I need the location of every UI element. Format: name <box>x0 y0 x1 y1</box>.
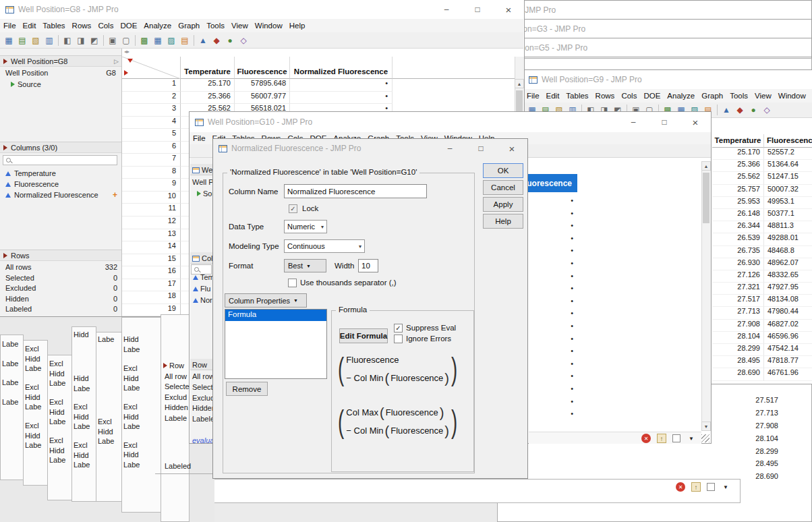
copy-icon[interactable]: ◨ <box>74 34 88 47</box>
formula-numerator[interactable]: ( Fluorescence − Col Min ( Fluorescence … <box>336 350 459 388</box>
row-number-cell[interactable]: 16 <box>122 266 181 279</box>
table-cell[interactable]: 56007.977 <box>235 92 290 105</box>
menu-item[interactable]: Window <box>775 90 809 102</box>
table-cell[interactable]: 26.539 <box>712 233 764 245</box>
table-cell[interactable]: 27.908 <box>738 422 778 434</box>
menu-item[interactable]: Tools <box>726 90 751 102</box>
cascade-window-fragment[interactable] <box>71 326 96 502</box>
row-number-cell[interactable]: 13 <box>122 229 181 242</box>
property-list-item-selected[interactable]: Formula <box>225 310 326 321</box>
table-cell[interactable]: 26.344 <box>712 221 764 233</box>
minimize-button[interactable]: – <box>434 139 465 158</box>
table-cell[interactable]: 25.953 <box>712 197 764 209</box>
graph-icon[interactable]: ▲ <box>720 103 733 117</box>
menu-item[interactable]: Help <box>286 20 309 32</box>
database-icon[interactable]: ▣ <box>106 34 119 47</box>
menu-item[interactable]: Help <box>809 90 812 102</box>
maximize-button[interactable]: □ <box>649 112 680 132</box>
toolbar-separator[interactable] <box>58 35 59 46</box>
window-bar-back1[interactable]: 0 - JMP Pro <box>507 0 812 20</box>
table-cell[interactable]: 50377.1 <box>764 209 812 221</box>
table-cell[interactable]: 27.713 <box>712 307 764 319</box>
table-cell[interactable]: • <box>529 196 576 209</box>
grid-green-icon[interactable]: ▩ <box>138 34 151 47</box>
scrollbar-up-arrow[interactable]: ▲ <box>515 79 524 88</box>
paste-icon[interactable]: ◩ <box>88 34 101 47</box>
scrollbar-thumb[interactable] <box>703 173 709 223</box>
row-number-cell[interactable]: 3 <box>122 104 181 117</box>
table-cell[interactable]: 28.299 <box>712 344 764 356</box>
lock-checkbox[interactable]: ✓ <box>289 204 297 213</box>
table-cell[interactable]: 46827.02 <box>764 320 812 332</box>
new-journal-icon[interactable]: ▤ <box>16 34 29 47</box>
dropdown-icon[interactable]: ▼ <box>721 482 730 492</box>
grid-corner-cell[interactable] <box>122 57 181 79</box>
ignore-errors-checkbox[interactable] <box>394 335 403 343</box>
table-cell[interactable]: 48962.07 <box>764 258 812 270</box>
table-cell[interactable]: • <box>529 372 576 384</box>
table-cell[interactable]: 25.757 <box>712 185 764 197</box>
table-cell[interactable]: • <box>290 79 393 92</box>
row-number-cell[interactable]: 12 <box>122 216 181 229</box>
toolbar-separator[interactable] <box>717 105 718 115</box>
formula-icon[interactable]: ◇ <box>760 103 774 117</box>
table-cell[interactable]: 47818.77 <box>764 356 812 368</box>
table-cell[interactable]: 25.366 <box>181 92 235 105</box>
cascade-window-fragment[interactable] <box>161 314 190 522</box>
column-header-fluorescence[interactable]: Fluorescence <box>764 134 812 148</box>
row-number-cell[interactable]: 10 <box>122 192 181 204</box>
dropdown-icon[interactable]: ▼ <box>687 434 696 443</box>
table-cell[interactable]: 28.690 <box>738 472 778 485</box>
table-cell[interactable]: 51364.64 <box>764 160 812 172</box>
table-cell[interactable]: 52557.2 <box>764 148 812 160</box>
columns-search-box[interactable] <box>3 155 117 165</box>
grid-orange-icon[interactable]: ▤ <box>178 34 192 47</box>
column-header-normalized-fluorescence[interactable]: Normalized Fluorescence <box>290 57 393 79</box>
menu-item[interactable]: DOE <box>640 90 664 102</box>
table-cell[interactable]: 28.690 <box>712 368 764 380</box>
row-number-cell[interactable]: 6 <box>122 142 181 154</box>
selection-box-icon[interactable] <box>672 434 680 442</box>
cascade-window-fragment[interactable] <box>96 332 122 502</box>
grid-teal-icon[interactable]: ▨ <box>165 34 178 47</box>
menu-item[interactable]: Edit <box>543 90 563 102</box>
column-name-input[interactable] <box>284 184 427 198</box>
red-triangle-icon[interactable] <box>3 145 7 150</box>
row-number-cell[interactable]: 1 <box>122 79 181 92</box>
table-cell[interactable]: • <box>529 259 576 272</box>
data-type-select[interactable]: Numeric ▾ <box>284 220 327 233</box>
table-cell[interactable]: • <box>529 234 576 247</box>
table-cell[interactable]: 25.170 <box>712 148 764 160</box>
table-cell[interactable]: 28.299 <box>738 447 778 460</box>
columns-search-box-fragment[interactable] <box>191 264 212 274</box>
apply-button[interactable]: Apply <box>483 197 523 212</box>
table-cell[interactable]: 47927.95 <box>764 283 812 295</box>
table-cell[interactable]: 27.517 <box>738 396 778 409</box>
menu-item[interactable]: View <box>228 20 252 32</box>
table-cell[interactable]: 48468.8 <box>764 246 812 258</box>
window-bar-g3[interactable]: Position=G3 - JMP Pro <box>497 19 812 38</box>
green-triangle-icon[interactable] <box>11 82 15 87</box>
menu-item[interactable]: Tables <box>562 90 591 102</box>
table-cell[interactable]: 46596.96 <box>764 332 812 344</box>
table-cell[interactable]: • <box>529 335 576 347</box>
fit-model-icon[interactable]: ● <box>747 103 760 117</box>
row-number-cell[interactable]: 15 <box>122 254 181 267</box>
table-cell[interactable]: 47980.44 <box>764 307 812 319</box>
table-cell[interactable]: 25.366 <box>712 160 764 172</box>
fit-model-icon[interactable]: ● <box>223 34 237 47</box>
new-data-table-icon[interactable]: ▦ <box>2 34 16 47</box>
save-icon[interactable]: ▥ <box>42 34 56 47</box>
remove-button[interactable]: Remove <box>226 382 268 396</box>
columns-hotspot-icon[interactable] <box>124 70 128 76</box>
table-cell[interactable]: • <box>529 397 576 410</box>
menu-item[interactable]: Analyze <box>664 90 698 102</box>
titlebar[interactable]: Well Position=G9 - JMP Pro <box>523 70 812 89</box>
table-cell[interactable]: 25.562 <box>712 172 764 184</box>
cut-icon[interactable]: ◧ <box>61 34 74 47</box>
toolbar-separator[interactable] <box>194 35 194 46</box>
cascade-window-fragment[interactable] <box>23 340 48 486</box>
format-dropdown-button[interactable]: Best ▼ <box>284 259 326 272</box>
scroll-up-icon[interactable]: ↑ <box>657 434 666 443</box>
table-cell[interactable]: 28.104 <box>712 332 764 344</box>
